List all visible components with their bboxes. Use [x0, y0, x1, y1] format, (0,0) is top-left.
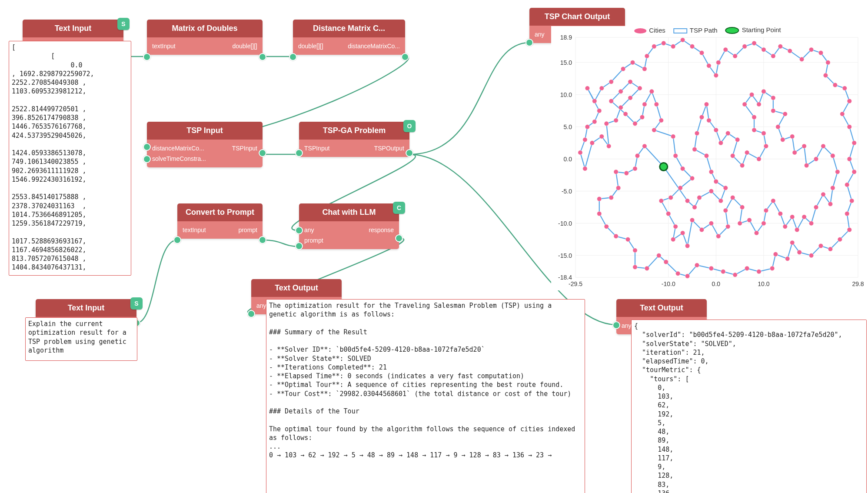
port-label-in: textInput — [152, 43, 176, 50]
port-in-any[interactable] — [295, 227, 303, 234]
port-label-in: any — [304, 227, 314, 233]
svg-point-146 — [726, 224, 730, 229]
svg-point-164 — [828, 202, 832, 206]
node-title: TSP Chart Output — [529, 8, 625, 26]
svg-point-58 — [797, 250, 801, 254]
port-out[interactable] — [259, 53, 266, 61]
tsp-chart[interactable]: Cities TSP Path Starting Point -29.5-10.… — [551, 26, 864, 290]
svg-point-60 — [818, 243, 823, 248]
svg-point-120 — [619, 89, 623, 93]
svg-point-210 — [660, 163, 668, 170]
svg-point-131 — [673, 153, 678, 158]
svg-point-68 — [847, 157, 851, 161]
svg-point-114 — [604, 121, 609, 126]
port-in[interactable] — [612, 321, 620, 329]
port-in-prompt[interactable] — [295, 242, 303, 250]
port-in[interactable] — [525, 39, 533, 47]
port-in[interactable] — [173, 236, 181, 244]
svg-point-130 — [671, 134, 675, 139]
svg-point-47 — [685, 274, 689, 278]
svg-point-53 — [757, 269, 761, 273]
node-matrix-doubles[interactable]: Matrix of Doubles textInput double[][] — [147, 20, 263, 55]
svg-point-174 — [781, 137, 785, 142]
badge-s: S — [130, 297, 143, 310]
panel-matrix-text[interactable]: [ [ 0.0 , 1692.8298792259072, 2252.27085… — [9, 41, 131, 276]
port-label-in: any — [256, 302, 266, 309]
svg-point-69 — [852, 141, 856, 145]
panel-json-response[interactable]: { "solverId": "b00d5fe4-5209-4120-b8aa-1… — [631, 320, 867, 493]
svg-point-197 — [699, 115, 704, 119]
svg-point-64 — [845, 211, 849, 216]
port-out[interactable] — [259, 149, 266, 157]
svg-point-158 — [790, 215, 795, 219]
node-tsp-ga[interactable]: TSP-GA Problem TSPInput TSPOutput O — [299, 122, 409, 157]
node-llm[interactable]: Chat with LLM any response prompt C — [299, 203, 399, 249]
node-title: TSP-GA Problem — [299, 122, 409, 140]
svg-point-202 — [714, 179, 718, 183]
port-out-response[interactable] — [395, 234, 403, 242]
svg-point-168 — [821, 144, 825, 148]
svg-point-199 — [692, 147, 697, 151]
svg-point-33 — [614, 170, 618, 174]
svg-point-112 — [599, 134, 604, 139]
svg-point-195 — [707, 118, 711, 123]
svg-point-71 — [840, 112, 845, 116]
svg-point-166 — [835, 170, 840, 174]
panel-llm-response[interactable]: The optimization result for the Travelin… — [266, 299, 585, 493]
node-distance-matrix[interactable]: Distance Matrix C... double[][] distance… — [293, 20, 405, 55]
port-in[interactable] — [289, 53, 297, 61]
panel-prompt-text[interactable]: Explain the current optimization result … — [25, 317, 137, 361]
svg-point-52 — [745, 266, 749, 270]
svg-point-63 — [847, 227, 851, 232]
port-out[interactable] — [259, 236, 266, 244]
svg-point-153 — [762, 221, 766, 225]
svg-point-81 — [778, 44, 782, 49]
svg-point-42 — [633, 265, 637, 269]
svg-point-157 — [783, 224, 787, 229]
svg-point-116 — [619, 105, 623, 110]
svg-point-75 — [823, 73, 828, 77]
svg-point-143 — [699, 227, 704, 232]
port-in[interactable] — [247, 310, 255, 318]
port-out[interactable] — [401, 53, 409, 61]
svg-point-66 — [845, 183, 849, 187]
svg-point-80 — [788, 49, 792, 53]
svg-point-98 — [642, 67, 647, 71]
svg-point-137 — [666, 211, 671, 216]
svg-point-142 — [690, 218, 694, 222]
port-in[interactable] — [143, 53, 151, 61]
svg-text:-5.0: -5.0 — [562, 188, 572, 195]
svg-point-54 — [770, 266, 774, 270]
svg-point-206 — [697, 195, 702, 200]
svg-point-126 — [649, 89, 654, 93]
node-to-prompt[interactable]: Convert to Prompt textInput prompt — [177, 203, 263, 239]
svg-point-124 — [640, 115, 644, 119]
svg-point-82 — [771, 54, 775, 58]
node-tsp-input[interactable]: TSP Input distanceMatrixCo... TSPInput s… — [147, 122, 263, 167]
port-out[interactable] — [406, 149, 413, 157]
svg-point-127 — [654, 102, 658, 107]
port-label-out: response — [369, 227, 394, 233]
svg-point-163 — [821, 192, 825, 197]
svg-point-183 — [752, 115, 756, 119]
port-in-1[interactable] — [143, 155, 151, 163]
svg-point-102 — [599, 86, 604, 90]
svg-point-175 — [776, 125, 780, 129]
svg-point-140 — [680, 231, 685, 235]
svg-point-118 — [638, 86, 642, 90]
port-label-out: TSPOutput — [374, 145, 404, 152]
port-in-0[interactable] — [143, 143, 151, 151]
svg-point-151 — [747, 218, 752, 222]
svg-text:0.0: 0.0 — [564, 156, 572, 163]
panel-text: [ [ 0.0 , 1692.8298792259072, 2252.27085… — [12, 43, 128, 272]
svg-point-49 — [709, 266, 713, 270]
port-in[interactable] — [295, 149, 303, 157]
svg-point-171 — [802, 144, 806, 148]
svg-text:-15.0: -15.0 — [558, 252, 572, 259]
svg-point-46 — [675, 271, 680, 276]
port-label-in: textInput — [183, 227, 206, 233]
port-label-out: TSPInput — [232, 145, 257, 152]
svg-point-36 — [597, 197, 602, 201]
badge-o: O — [403, 120, 416, 132]
svg-point-76 — [826, 60, 830, 65]
